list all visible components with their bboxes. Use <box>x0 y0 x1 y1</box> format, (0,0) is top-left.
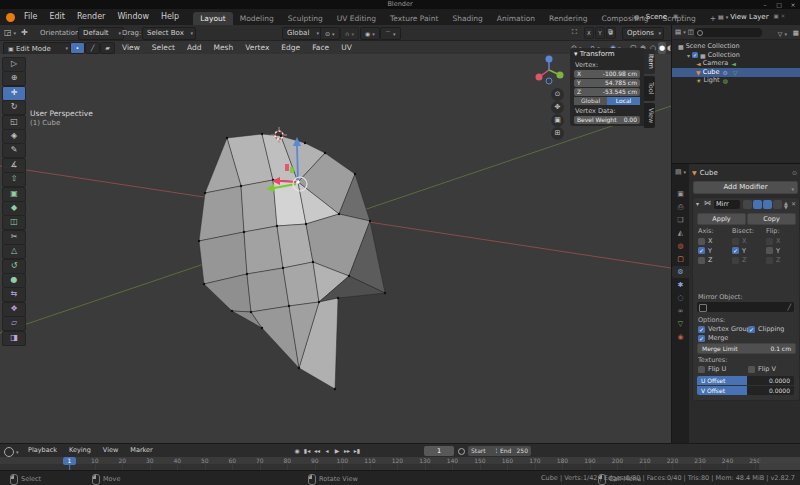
menu-edit[interactable]: Edit <box>43 9 71 25</box>
view-layer-name[interactable]: View Layer <box>730 13 768 21</box>
viewport-menu-uv[interactable]: UV <box>335 41 358 54</box>
snap-toggle[interactable]: ∩▾ <box>340 27 359 40</box>
auto-keying-record-button[interactable]: ◉ <box>292 445 302 457</box>
tool-shear[interactable]: ▱ <box>2 316 26 331</box>
copy-button[interactable]: Copy <box>747 213 796 225</box>
properties-tab-modifiers[interactable]: ⚙ <box>672 266 689 278</box>
vertex-z-field[interactable]: Z-53.545 cm <box>574 88 640 96</box>
tool-loop-cut[interactable]: ◫ <box>2 215 26 230</box>
tool-cursor[interactable]: ⊕ <box>2 71 26 86</box>
tool-annotate[interactable]: ✎ <box>2 143 26 158</box>
vertex-select-button[interactable]: ∙ <box>70 42 85 54</box>
workspace-tab-rendering[interactable]: Rendering <box>542 12 594 25</box>
viewport-menu-edge[interactable]: Edge <box>275 41 306 54</box>
tool-move[interactable]: ✛ <box>2 86 26 101</box>
pan-view-icon[interactable]: ✥ <box>551 101 564 114</box>
edit-mode-display-toggle[interactable] <box>753 200 762 209</box>
frame-end-field[interactable]: End250 <box>497 446 531 456</box>
u-offset-slider[interactable]: U Offset0.0000 <box>697 376 794 385</box>
eyedropper-icon[interactable]: ╱ <box>787 303 791 310</box>
outliner-item-label[interactable]: Scene Collection <box>686 42 740 50</box>
vertex-x-field[interactable]: X-100.98 cm <box>574 70 640 78</box>
tool-shrink-fatten[interactable]: ❖ <box>2 302 26 317</box>
close-button[interactable]: × <box>786 0 800 9</box>
texture-flip-v[interactable]: Flip V <box>748 365 776 373</box>
selected-vertex[interactable] <box>296 180 299 183</box>
on-cage-toggle[interactable] <box>743 200 752 209</box>
transform-orientation-dropdown[interactable]: Global▾ <box>282 27 322 40</box>
prev-keyframe-button[interactable]: ◂◂ <box>312 445 322 457</box>
outliner-search-input[interactable] <box>694 28 762 37</box>
viewport-menu-vertex[interactable]: Vertex <box>239 41 275 54</box>
menu-help[interactable]: Help <box>155 9 185 25</box>
checkbox[interactable]: ✓ <box>698 326 705 333</box>
minimize-button[interactable]: – <box>758 0 772 9</box>
check-flip-x[interactable]: X <box>766 237 780 245</box>
scene-selector[interactable]: ◍▾ Scene ▣ ✕ <box>634 11 685 22</box>
play-reverse-button[interactable]: ◂ <box>322 445 332 457</box>
playhead-frame-badge[interactable]: 1 <box>63 457 76 465</box>
checkbox[interactable] <box>732 257 739 264</box>
play-button[interactable]: ▶ <box>332 445 342 457</box>
render-display-toggle[interactable] <box>773 200 782 209</box>
falloff-dropdown[interactable]: ⌒▾ <box>380 27 401 40</box>
properties-tab-object[interactable]: ▢ <box>672 253 689 265</box>
checkbox[interactable] <box>698 238 705 245</box>
timeline-menu-view[interactable]: View <box>97 444 124 457</box>
timeline-ruler[interactable]: 1102030405060708090100110120130140150160… <box>0 457 800 464</box>
new-view-layer-icon[interactable]: ▣ <box>774 11 779 22</box>
tool-knife[interactable]: ✂ <box>2 230 26 245</box>
checkbox[interactable] <box>766 257 773 264</box>
checkbox[interactable]: ✓ <box>698 335 705 342</box>
checkbox[interactable] <box>732 238 739 245</box>
check-bisect-z[interactable]: Z <box>732 256 746 264</box>
clock-icon[interactable] <box>4 447 14 457</box>
checkbox[interactable] <box>766 238 773 245</box>
perspective-toggle-icon[interactable]: ⊞ <box>551 127 564 140</box>
outliner-item-label[interactable]: Collection <box>708 51 740 59</box>
expand-icon[interactable]: ▾ <box>696 200 699 207</box>
checkbox[interactable]: ✓ <box>748 326 755 333</box>
properties-tab-physics[interactable]: ◌ <box>672 292 689 304</box>
space-button-local[interactable]: Local <box>607 97 640 105</box>
option-merge[interactable]: ✓Merge <box>698 334 728 342</box>
checkbox[interactable]: ✓ <box>698 247 705 254</box>
jump-to-end-button[interactable]: ▸▮ <box>352 445 362 457</box>
tool-scale[interactable]: ◱ <box>2 115 26 130</box>
add-modifier-dropdown[interactable]: Add Modifier▾ <box>693 181 798 194</box>
timeline-menu-marker[interactable]: Marker <box>124 444 158 457</box>
check-bisect-x[interactable]: X <box>732 237 746 245</box>
maximize-button[interactable]: □ <box>772 0 786 9</box>
properties-tab-particles[interactable]: ✱ <box>672 279 689 291</box>
view-layer-selector[interactable]: ▤▾ View Layer ▣ ✕ <box>718 11 785 22</box>
delete-modifier-icon[interactable]: ✕ <box>791 200 796 207</box>
modifier-name-field[interactable]: Mirr <box>714 200 740 209</box>
timeline-menu-keying[interactable]: Keying <box>63 444 97 457</box>
apply-button[interactable]: Apply <box>697 213 746 225</box>
check-bisect-y[interactable]: ✓Y <box>732 247 746 255</box>
outliner-row-light[interactable]: ☀Light◍ <box>672 76 800 85</box>
menu-render[interactable]: Render <box>71 9 111 25</box>
workspace-tab-texture-paint[interactable]: Texture Paint <box>383 12 445 25</box>
remove-view-layer-icon[interactable]: ✕ <box>781 11 786 22</box>
filter-icon[interactable]: ▽▾ <box>778 28 787 40</box>
sidebar-tab-tool[interactable]: Tool <box>644 76 655 101</box>
editor-type-icon[interactable]: ▤▾ <box>675 27 686 38</box>
tool-measure[interactable]: ∡ <box>2 158 26 173</box>
outliner-item-label[interactable]: Light <box>703 76 719 84</box>
navigation-gizmo[interactable] <box>536 56 564 85</box>
tool-rip-region[interactable]: ◨ <box>2 331 26 346</box>
properties-tab-constraints[interactable]: ∞ <box>672 305 689 317</box>
merge-limit-slider[interactable]: Merge Limit 0.1 cm <box>697 343 796 354</box>
vertex-y-field[interactable]: Y54.785 cm <box>574 79 640 87</box>
move-down-icon[interactable]: ▼ <box>784 204 788 210</box>
camera-view-icon[interactable]: ▣ <box>551 114 564 127</box>
unlink-scene-icon[interactable]: ✕ <box>680 11 685 22</box>
checkbox[interactable] <box>748 366 755 373</box>
viewport-menu-view[interactable]: View <box>116 41 146 54</box>
timeline-menu-playback[interactable]: Playback <box>22 444 63 457</box>
outliner-item-label[interactable]: Camera <box>703 59 729 67</box>
bevel-weight-field[interactable]: Bevel Weight 0.00 <box>574 116 640 124</box>
mirror-object-field[interactable]: ╱ <box>697 302 794 312</box>
tool-bevel[interactable]: ◆ <box>2 201 26 216</box>
